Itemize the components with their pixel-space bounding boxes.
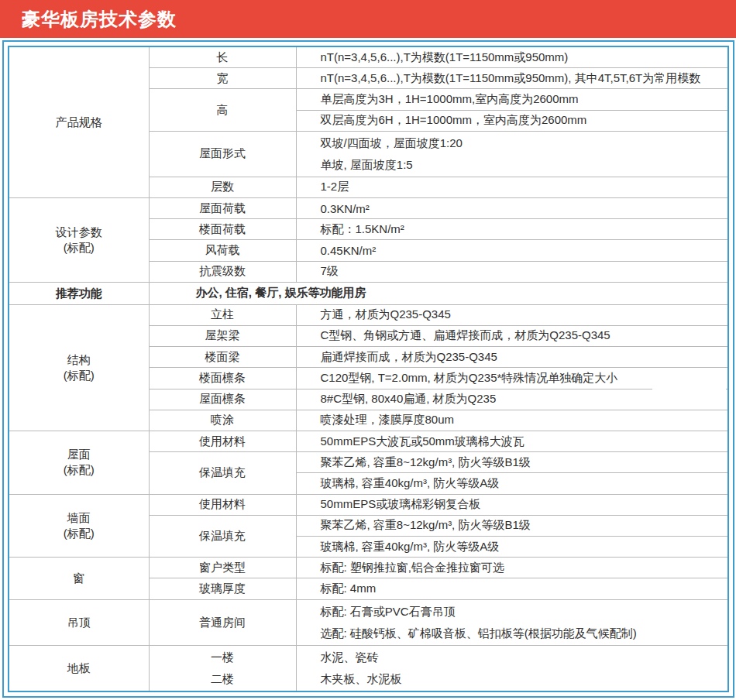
table-row: 窗 窗户类型 标配: 塑钢推拉窗,铝合金推拉窗可选 bbox=[9, 558, 727, 578]
category-structure: 结构 (标配) bbox=[9, 304, 149, 431]
label-floor-purlin: 楼面檩条 bbox=[149, 368, 296, 389]
category-wall: 墙面 (标配) bbox=[9, 494, 149, 558]
value-width: nT(n=3,4,5,6...),T为模数(1T=1150mm或950mm), … bbox=[296, 68, 727, 89]
table-row: 墙面 (标配) 使用材料 50mmEPS或玻璃棉彩钢复合板 bbox=[9, 494, 727, 515]
category-roof-line1: 屋面 bbox=[10, 447, 148, 462]
label-wind-load: 风荷载 bbox=[149, 240, 296, 261]
value-roof-load: 0.3KN/m² bbox=[296, 197, 727, 218]
table-row: 吊顶 普通房间 标配: 石膏或PVC石膏吊顶 选配: 硅酸钙板、矿棉吸音板、铝扣… bbox=[9, 600, 727, 646]
label-wall-material: 使用材料 bbox=[149, 494, 296, 515]
label-roof-insulation: 保温填充 bbox=[149, 452, 296, 494]
value-ceiling: 标配: 石膏或PVC石膏吊顶 选配: 硅酸钙板、矿棉吸音板、铝扣板等(根据功能及… bbox=[296, 600, 727, 646]
value-height-double: 双层高度为6H，1H=1000mm，室内高度为2600mm bbox=[296, 110, 727, 131]
value-roof-material: 50mmEPS大波瓦或50mm玻璃棉大波瓦 bbox=[296, 431, 727, 451]
table-frame: 产品规格 长 nT(n=3,4,5,6...),T为模数(1T=1150mm或9… bbox=[2, 40, 734, 698]
label-wall-insulation: 保温填充 bbox=[149, 515, 296, 557]
value-roof-form: 双坡/四面坡，屋面坡度1:20 单坡, 屋面坡度1:5 bbox=[296, 131, 727, 177]
value-recommended-use: 办公, 住宿, 餐厅, 娱乐等功能用房 bbox=[149, 282, 727, 304]
label-roof-load: 屋面荷载 bbox=[149, 197, 296, 218]
value-wall-insulation-2: 玻璃棉, 容重40kg/m³, 防火等级A级 bbox=[296, 537, 727, 558]
spec-table: 产品规格 长 nT(n=3,4,5,6...),T为模数(1T=1150mm或9… bbox=[9, 47, 727, 691]
label-roof-material: 使用材料 bbox=[149, 431, 296, 451]
value-roof-form-line1: 双坡/四面坡，屋面坡度1:20 bbox=[321, 132, 727, 154]
category-design-params: 设计参数 (标配) bbox=[9, 197, 149, 282]
category-structure-line2: (标配) bbox=[10, 368, 148, 383]
category-wall-line2: (标配) bbox=[10, 526, 148, 541]
value-coating: 喷漆处理，漆膜厚度80um bbox=[296, 410, 727, 431]
value-floor-purlin: C120型钢, T=2.0mm, 材质为Q235*特殊情况单独确定大小 bbox=[296, 368, 727, 389]
value-ceiling-line1: 标配: 石膏或PVC石膏吊顶 bbox=[321, 601, 727, 623]
value-floors: 1-2层 bbox=[296, 177, 727, 197]
value-floor-levels: 水泥、瓷砖 木夹板、水泥板 bbox=[296, 646, 727, 691]
label-floor-load: 楼面荷载 bbox=[149, 219, 296, 240]
category-design-line1: 设计参数 bbox=[10, 225, 148, 240]
label-window-type: 窗户类型 bbox=[149, 558, 296, 578]
value-ceiling-line2: 选配: 硅酸钙板、矿棉吸音板、铝扣板等(根据功能及气候配制) bbox=[321, 623, 727, 644]
value-roof-form-line2: 单坡, 屋面坡度1:5 bbox=[321, 154, 727, 176]
category-ceiling: 吊顶 bbox=[9, 600, 149, 646]
value-glass-thickness: 标配: 4mm bbox=[296, 578, 727, 600]
value-floor-first: 水泥、瓷砖 bbox=[321, 647, 727, 668]
value-wall-material: 50mmEPS或玻璃棉彩钢复合板 bbox=[296, 494, 727, 515]
value-roof-purlin: 8#C型钢, 80x40扁通, 材质为Q235 bbox=[296, 389, 727, 410]
label-roof-form: 屋面形式 bbox=[149, 131, 296, 177]
value-wall-insulation-1: 聚苯乙烯, 容重8~12kg/m³, 防火等级B1级 bbox=[296, 515, 727, 536]
category-floor: 地板 bbox=[9, 646, 149, 691]
value-floor-second: 木夹板、水泥板 bbox=[321, 668, 727, 690]
category-structure-line1: 结构 bbox=[10, 352, 148, 368]
value-window-type: 标配: 塑钢推拉窗,铝合金推拉窗可选 bbox=[296, 558, 727, 578]
table-row: 屋面 (标配) 使用材料 50mmEPS大波瓦或50mm玻璃棉大波瓦 bbox=[9, 431, 727, 451]
header-bar: 豪华板房技术参数 bbox=[0, 0, 736, 38]
label-roof-purlin: 屋面檩条 bbox=[149, 389, 296, 410]
category-roof: 屋面 (标配) bbox=[9, 431, 149, 494]
table-row: 产品规格 长 nT(n=3,4,5,6...),T为模数(1T=1150mm或9… bbox=[9, 47, 727, 68]
label-width: 宽 bbox=[149, 68, 296, 89]
label-ceiling-room: 普通房间 bbox=[149, 600, 296, 646]
label-floors: 层数 bbox=[149, 177, 296, 197]
label-roof-beam: 屋架梁 bbox=[149, 325, 296, 346]
table-row: 结构 (标配) 立柱 方通，材质为Q235-Q345 bbox=[9, 304, 727, 325]
label-column: 立柱 bbox=[149, 304, 296, 325]
label-glass-thickness: 玻璃厚度 bbox=[149, 578, 296, 600]
label-floor-first: 一楼 bbox=[150, 647, 295, 668]
grid-line-gap-artifact bbox=[652, 388, 726, 392]
label-floor-second: 二楼 bbox=[150, 668, 295, 690]
value-height-single: 单层高度为3H，1H=1000mm,室内高度为2600mm bbox=[296, 89, 727, 110]
label-floor-levels: 一楼 二楼 bbox=[149, 646, 296, 691]
label-coating: 喷涂 bbox=[149, 410, 296, 431]
label-floor-beam: 楼面梁 bbox=[149, 347, 296, 368]
value-wind-load: 0.45KN/m² bbox=[296, 240, 727, 261]
label-seismic: 抗震级数 bbox=[149, 261, 296, 282]
label-length: 长 bbox=[149, 47, 296, 68]
value-roof-beam: C型钢、角钢或方通、扁通焊接而成，材质为Q235-Q345 bbox=[296, 325, 727, 346]
value-column: 方通，材质为Q235-Q345 bbox=[296, 304, 727, 325]
value-floor-load: 标配：1.5KN/m² bbox=[296, 219, 727, 240]
category-design-line2: (标配) bbox=[10, 240, 148, 256]
label-height: 高 bbox=[149, 89, 296, 131]
value-length: nT(n=3,4,5,6...),T为模数(1T=1150mm或950mm) bbox=[296, 47, 727, 68]
category-product-spec: 产品规格 bbox=[9, 47, 149, 197]
table-row: 推荐功能 办公, 住宿, 餐厅, 娱乐等功能用房 bbox=[9, 282, 727, 304]
table-frame-inner: 产品规格 长 nT(n=3,4,5,6...),T为模数(1T=1150mm或9… bbox=[8, 46, 729, 692]
value-roof-insulation-2: 玻璃棉, 容重40kg/m³, 防火等级A级 bbox=[296, 473, 727, 494]
category-wall-line1: 墙面 bbox=[10, 510, 148, 526]
category-recommended-use: 推荐功能 bbox=[9, 282, 149, 304]
table-row: 地板 一楼 二楼 水泥、瓷砖 木夹板、水泥板 bbox=[9, 646, 727, 691]
category-window: 窗 bbox=[9, 558, 149, 600]
value-roof-insulation-1: 聚苯乙烯, 容重8~12kg/m³, 防火等级B1级 bbox=[296, 452, 727, 473]
table-row: 设计参数 (标配) 屋面荷载 0.3KN/m² bbox=[9, 197, 727, 218]
value-seismic: 7级 bbox=[296, 261, 727, 282]
value-floor-beam: 扁通焊接而成，材质为Q235-Q345 bbox=[296, 347, 727, 368]
category-roof-line2: (标配) bbox=[10, 462, 148, 478]
page-title: 豪华板房技术参数 bbox=[22, 7, 177, 32]
